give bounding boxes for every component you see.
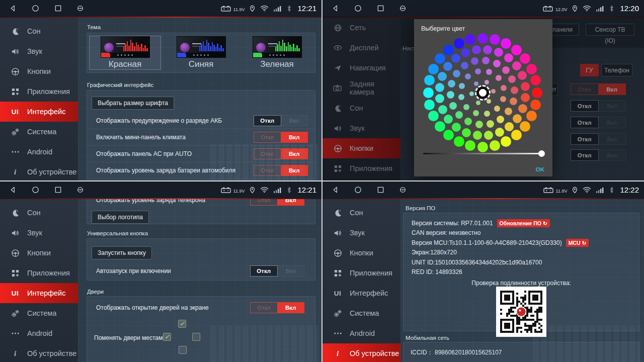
back-button[interactable] <box>9 5 17 12</box>
toggle-on-option[interactable]: Вкл <box>278 265 305 277</box>
color-swatch[interactable] <box>490 34 500 45</box>
color-swatch[interactable] <box>493 60 501 67</box>
back-button[interactable] <box>332 186 339 194</box>
color-swatch[interactable] <box>530 75 541 85</box>
update-badge[interactable]: MCU↻ <box>566 239 589 247</box>
color-swatch[interactable] <box>452 123 461 132</box>
sidebar-item-android[interactable]: Android <box>0 142 78 162</box>
toggle-on-option[interactable]: Вкл <box>281 115 308 126</box>
run-button[interactable]: Запустить кнопку <box>92 246 152 259</box>
color-swatch[interactable] <box>520 121 530 132</box>
color-swatch[interactable] <box>484 131 493 140</box>
slider-thumb[interactable] <box>538 150 545 157</box>
back-button[interactable] <box>332 5 339 12</box>
color-swatch[interactable] <box>501 38 511 49</box>
sidebar-item-interface[interactable]: UIИнтерфейс <box>0 283 78 303</box>
color-swatch[interactable] <box>443 130 454 140</box>
color-swatch[interactable] <box>438 72 447 81</box>
color-swatch[interactable] <box>491 89 496 94</box>
color-swatch[interactable] <box>462 128 471 137</box>
theme-option[interactable]: Зеленая <box>241 36 313 70</box>
sidebar-item-android[interactable]: Android <box>323 323 400 343</box>
color-swatch[interactable] <box>490 140 500 151</box>
color-swatch[interactable] <box>530 100 541 110</box>
sidebar-item-sleep[interactable]: zСон <box>0 203 78 223</box>
theme-option[interactable]: Красная <box>89 36 161 70</box>
sidebar-item-buttons[interactable]: Кнопки <box>0 243 78 263</box>
choose-logo-button[interactable]: Выбор логотипа <box>92 211 149 224</box>
sidebar-item-sleep[interactable]: zСон <box>323 203 400 223</box>
color-swatch[interactable] <box>447 91 454 99</box>
sidebar-item-buttons[interactable]: Кнопки <box>323 243 400 263</box>
sidebar-item-sound[interactable]: Звук <box>323 223 400 243</box>
color-swatch[interactable] <box>512 61 521 70</box>
sidebar-item-system[interactable]: Система <box>0 122 78 142</box>
color-swatch[interactable] <box>495 128 504 137</box>
color-swatch[interactable] <box>504 53 513 62</box>
color-swatch[interactable] <box>428 111 439 121</box>
color-swatch[interactable] <box>455 111 463 119</box>
color-swatch[interactable] <box>518 71 527 80</box>
color-swatch[interactable] <box>483 45 492 54</box>
sidebar-item-interface[interactable]: UIИнтерфейс <box>0 102 78 122</box>
sidebar-item-sound[interactable]: Звук <box>0 41 78 61</box>
color-swatch[interactable] <box>521 93 530 102</box>
font-size-button[interactable]: Выбрать размер шрифта <box>92 97 174 110</box>
toggle-off-option[interactable]: Откл <box>254 115 281 126</box>
recents-button[interactable] <box>54 5 62 12</box>
color-swatch[interactable] <box>494 48 503 57</box>
ok-button[interactable]: OK <box>536 166 544 172</box>
door-checkbox-bottom[interactable] <box>179 346 187 354</box>
color-swatch[interactable] <box>448 80 455 87</box>
recents-button[interactable] <box>377 186 384 194</box>
toggle-off-option[interactable]: Откл <box>254 132 281 143</box>
color-swatch[interactable] <box>435 53 445 64</box>
color-swatch[interactable] <box>500 96 506 102</box>
toggle-off-option[interactable]: Откл <box>250 265 278 277</box>
home-button[interactable] <box>354 186 362 194</box>
color-swatch[interactable] <box>526 111 537 121</box>
sidebar-item-system[interactable]: Система <box>0 303 78 323</box>
sidebar-item-apps[interactable]: Приложения <box>0 81 78 102</box>
color-swatch[interactable] <box>511 86 518 94</box>
color-swatch[interactable] <box>451 54 460 63</box>
brightness-slider[interactable] <box>423 150 543 157</box>
sidebar-item-apps[interactable]: Приложения <box>0 263 78 283</box>
color-swatch[interactable] <box>435 94 444 103</box>
color-swatch[interactable] <box>461 48 470 57</box>
color-swatch[interactable] <box>482 57 490 64</box>
color-swatch[interactable] <box>443 45 454 55</box>
color-swatch[interactable] <box>469 92 474 96</box>
color-swatch[interactable] <box>465 34 475 45</box>
color-swatch[interactable] <box>520 53 530 64</box>
theme-option[interactable]: Синяя <box>165 36 237 70</box>
color-swatch[interactable] <box>449 102 457 110</box>
sidebar-item-system[interactable]: Система <box>323 303 400 323</box>
color-swatch[interactable] <box>424 100 435 110</box>
color-swatch[interactable] <box>501 85 507 91</box>
home-button[interactable] <box>354 5 362 12</box>
door-checkbox-top[interactable]: ✓ <box>178 320 186 328</box>
color-swatch[interactable] <box>443 62 452 71</box>
color-swatch[interactable] <box>453 70 460 77</box>
sidebar-item-interface[interactable]: UIИнтерфейс <box>323 283 400 303</box>
color-swatch[interactable] <box>484 111 490 117</box>
color-swatch[interactable] <box>518 104 527 113</box>
color-swatch[interactable] <box>438 105 447 114</box>
update-badge[interactable]: Обновление ПО↻ <box>497 219 550 227</box>
door-checkbox-left[interactable]: ✓ <box>163 333 171 341</box>
color-swatch[interactable] <box>454 38 464 49</box>
sidebar-item-apps[interactable]: Приложения <box>323 263 400 283</box>
color-swatch[interactable] <box>477 33 488 44</box>
color-swatch[interactable] <box>475 121 483 128</box>
color-swatch[interactable] <box>505 122 514 131</box>
color-swatch[interactable] <box>513 114 522 123</box>
color-swatch[interactable] <box>464 118 472 125</box>
color-swatch[interactable] <box>471 57 478 65</box>
color-swatch[interactable] <box>435 121 445 132</box>
color-swatch[interactable] <box>472 45 481 54</box>
color-swatch[interactable] <box>474 81 478 86</box>
color-swatch[interactable] <box>463 104 469 110</box>
color-swatch[interactable] <box>502 66 510 74</box>
color-swatch[interactable] <box>476 101 480 105</box>
